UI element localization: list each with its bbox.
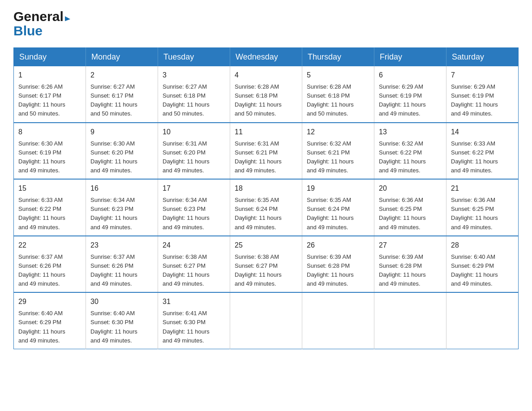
day-number: 7 (451, 70, 514, 81)
calendar-cell: 30Sunrise: 6:40 AMSunset: 6:30 PMDayligh… (86, 292, 158, 349)
day-number: 5 (307, 70, 369, 81)
calendar-cell: 11Sunrise: 6:31 AMSunset: 6:21 PMDayligh… (230, 123, 302, 180)
day-info: Sunrise: 6:38 AMSunset: 6:27 PMDaylight:… (235, 253, 297, 289)
logo-blue-text: Blue (13, 23, 43, 39)
calendar-cell (446, 292, 519, 349)
calendar-week-4: 22Sunrise: 6:37 AMSunset: 6:26 PMDayligh… (14, 236, 519, 293)
day-info: Sunrise: 6:33 AMSunset: 6:22 PMDaylight:… (18, 196, 81, 232)
day-info: Sunrise: 6:38 AMSunset: 6:27 PMDaylight:… (163, 253, 225, 289)
logo-arrow-icon (65, 14, 70, 21)
day-number: 19 (307, 183, 369, 194)
calendar-cell: 25Sunrise: 6:38 AMSunset: 6:27 PMDayligh… (230, 236, 302, 293)
day-number: 23 (90, 240, 153, 251)
day-number: 16 (90, 183, 153, 194)
day-number: 22 (18, 240, 81, 251)
day-number: 1 (18, 70, 81, 81)
day-number: 12 (307, 127, 369, 137)
day-number: 9 (90, 127, 153, 137)
calendar-week-3: 15Sunrise: 6:33 AMSunset: 6:22 PMDayligh… (14, 179, 519, 236)
calendar-cell: 18Sunrise: 6:35 AMSunset: 6:24 PMDayligh… (230, 179, 302, 236)
day-info: Sunrise: 6:36 AMSunset: 6:25 PMDaylight:… (451, 196, 514, 232)
day-number: 31 (163, 296, 225, 307)
day-info: Sunrise: 6:37 AMSunset: 6:26 PMDaylight:… (90, 253, 153, 289)
day-info: Sunrise: 6:39 AMSunset: 6:28 PMDaylight:… (307, 253, 369, 289)
weekday-header-sunday: Sunday (14, 48, 86, 67)
calendar-cell: 8Sunrise: 6:30 AMSunset: 6:19 PMDaylight… (14, 123, 86, 180)
day-info: Sunrise: 6:37 AMSunset: 6:26 PMDaylight:… (18, 253, 81, 289)
calendar-cell: 20Sunrise: 6:36 AMSunset: 6:25 PMDayligh… (374, 179, 446, 236)
day-number: 25 (235, 240, 297, 251)
day-info: Sunrise: 6:39 AMSunset: 6:28 PMDaylight:… (379, 253, 442, 289)
day-info: Sunrise: 6:35 AMSunset: 6:24 PMDaylight:… (307, 196, 369, 232)
day-number: 28 (451, 240, 514, 251)
calendar-cell: 10Sunrise: 6:31 AMSunset: 6:20 PMDayligh… (158, 123, 230, 180)
day-info: Sunrise: 6:27 AMSunset: 6:18 PMDaylight:… (163, 82, 225, 119)
weekday-header-monday: Monday (86, 48, 158, 67)
day-info: Sunrise: 6:28 AMSunset: 6:18 PMDaylight:… (235, 82, 297, 119)
day-number: 26 (307, 240, 369, 251)
calendar-cell: 24Sunrise: 6:38 AMSunset: 6:27 PMDayligh… (158, 236, 230, 293)
calendar-cell: 23Sunrise: 6:37 AMSunset: 6:26 PMDayligh… (86, 236, 158, 293)
calendar-cell: 12Sunrise: 6:32 AMSunset: 6:21 PMDayligh… (302, 123, 374, 180)
day-info: Sunrise: 6:32 AMSunset: 6:22 PMDaylight:… (379, 139, 442, 176)
calendar-cell: 9Sunrise: 6:30 AMSunset: 6:20 PMDaylight… (86, 123, 158, 180)
calendar-table: SundayMondayTuesdayWednesdayThursdayFrid… (13, 47, 519, 349)
day-info: Sunrise: 6:40 AMSunset: 6:29 PMDaylight:… (451, 253, 514, 289)
day-info: Sunrise: 6:33 AMSunset: 6:22 PMDaylight:… (451, 139, 514, 176)
day-number: 10 (163, 127, 225, 137)
day-info: Sunrise: 6:40 AMSunset: 6:29 PMDaylight:… (18, 309, 81, 345)
calendar-cell: 28Sunrise: 6:40 AMSunset: 6:29 PMDayligh… (446, 236, 519, 293)
calendar-cell (374, 292, 446, 349)
day-number: 8 (18, 127, 81, 137)
day-info: Sunrise: 6:31 AMSunset: 6:21 PMDaylight:… (235, 139, 297, 176)
day-number: 30 (90, 296, 153, 307)
calendar-week-2: 8Sunrise: 6:30 AMSunset: 6:19 PMDaylight… (14, 123, 519, 180)
day-info: Sunrise: 6:29 AMSunset: 6:19 PMDaylight:… (379, 82, 442, 119)
calendar-cell: 27Sunrise: 6:39 AMSunset: 6:28 PMDayligh… (374, 236, 446, 293)
calendar-cell: 2Sunrise: 6:27 AMSunset: 6:17 PMDaylight… (86, 66, 158, 123)
day-info: Sunrise: 6:31 AMSunset: 6:20 PMDaylight:… (163, 139, 225, 176)
day-info: Sunrise: 6:36 AMSunset: 6:25 PMDaylight:… (379, 196, 442, 232)
calendar-cell: 13Sunrise: 6:32 AMSunset: 6:22 PMDayligh… (374, 123, 446, 180)
day-info: Sunrise: 6:30 AMSunset: 6:20 PMDaylight:… (90, 139, 153, 176)
calendar-cell: 22Sunrise: 6:37 AMSunset: 6:26 PMDayligh… (14, 236, 86, 293)
day-number: 14 (451, 127, 514, 137)
calendar-cell: 31Sunrise: 6:41 AMSunset: 6:30 PMDayligh… (158, 292, 230, 349)
weekday-header-tuesday: Tuesday (158, 48, 230, 67)
calendar-week-5: 29Sunrise: 6:40 AMSunset: 6:29 PMDayligh… (14, 292, 519, 349)
calendar-cell: 16Sunrise: 6:34 AMSunset: 6:23 PMDayligh… (86, 179, 158, 236)
day-number: 27 (379, 240, 442, 251)
logo: General Blue (13, 9, 70, 39)
day-info: Sunrise: 6:30 AMSunset: 6:19 PMDaylight:… (18, 139, 81, 176)
calendar-cell: 21Sunrise: 6:36 AMSunset: 6:25 PMDayligh… (446, 179, 519, 236)
day-info: Sunrise: 6:35 AMSunset: 6:24 PMDaylight:… (235, 196, 297, 232)
day-info: Sunrise: 6:40 AMSunset: 6:30 PMDaylight:… (90, 309, 153, 345)
day-info: Sunrise: 6:41 AMSunset: 6:30 PMDaylight:… (163, 309, 225, 345)
day-number: 20 (379, 183, 442, 194)
day-info: Sunrise: 6:29 AMSunset: 6:19 PMDaylight:… (451, 82, 514, 119)
day-info: Sunrise: 6:34 AMSunset: 6:23 PMDaylight:… (163, 196, 225, 232)
day-number: 2 (90, 70, 153, 81)
weekday-header-friday: Friday (374, 48, 446, 67)
calendar-cell (230, 292, 302, 349)
calendar-cell: 14Sunrise: 6:33 AMSunset: 6:22 PMDayligh… (446, 123, 519, 180)
calendar-cell: 19Sunrise: 6:35 AMSunset: 6:24 PMDayligh… (302, 179, 374, 236)
calendar-cell: 7Sunrise: 6:29 AMSunset: 6:19 PMDaylight… (446, 66, 519, 123)
weekday-header-thursday: Thursday (302, 48, 374, 67)
day-info: Sunrise: 6:34 AMSunset: 6:23 PMDaylight:… (90, 196, 153, 232)
day-number: 18 (235, 183, 297, 194)
weekday-header-saturday: Saturday (446, 48, 519, 67)
calendar-cell: 29Sunrise: 6:40 AMSunset: 6:29 PMDayligh… (14, 292, 86, 349)
calendar-cell: 17Sunrise: 6:34 AMSunset: 6:23 PMDayligh… (158, 179, 230, 236)
page-header: General Blue (13, 9, 519, 39)
logo-general-text: General (13, 9, 64, 24)
day-number: 29 (18, 296, 81, 307)
calendar-cell: 3Sunrise: 6:27 AMSunset: 6:18 PMDaylight… (158, 66, 230, 123)
day-number: 17 (163, 183, 225, 194)
day-number: 3 (163, 70, 225, 81)
day-number: 21 (451, 183, 514, 194)
day-info: Sunrise: 6:32 AMSunset: 6:21 PMDaylight:… (307, 139, 369, 176)
calendar-cell: 15Sunrise: 6:33 AMSunset: 6:22 PMDayligh… (14, 179, 86, 236)
day-number: 13 (379, 127, 442, 137)
calendar-cell: 1Sunrise: 6:26 AMSunset: 6:17 PMDaylight… (14, 66, 86, 123)
